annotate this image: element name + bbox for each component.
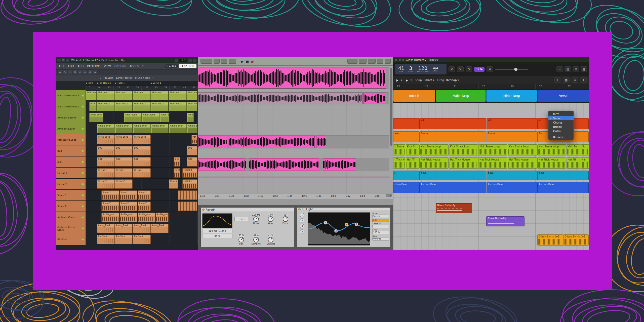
track-led[interactable] bbox=[82, 194, 84, 196]
time-signature-field[interactable] bbox=[229, 59, 236, 64]
region-kick-snare-loop[interactable]: Kick Snare Loop bbox=[449, 144, 478, 155]
pattern-clip[interactable]: Ambie_rash bbox=[101, 213, 119, 222]
playlist-marker[interactable]: Pre Hook 1 bbox=[97, 82, 111, 84]
decay-time-value[interactable]: 280 ms / 1.34 s bbox=[202, 229, 232, 233]
playlist-header[interactable]: ▸ Playlist - Love Philter - Mute / solo … bbox=[56, 75, 198, 81]
region-glitch-synth[interactable]: Glitch Synth (+5 bbox=[563, 234, 589, 246]
eq-control[interactable]: Adapt. Q bbox=[372, 223, 389, 228]
arrangement-area[interactable] bbox=[198, 66, 393, 193]
knob-dial[interactable] bbox=[283, 216, 288, 222]
menu-item-rename[interactable]: Rename... bbox=[548, 135, 574, 139]
menu-item-intro[interactable]: Intro bbox=[548, 112, 574, 116]
track-lane[interactable]: Ambi_oundAmbi_oundAmbi_oundAmbi_oundAmb bbox=[86, 112, 198, 123]
track-led[interactable] bbox=[82, 150, 84, 152]
stop-icon[interactable]: ■ bbox=[172, 65, 174, 67]
region-snare[interactable]: Snare bbox=[487, 131, 537, 142]
device-knob[interactable]: 41 %Dry/Wet bbox=[264, 234, 278, 245]
nudge-down-button[interactable] bbox=[214, 59, 220, 64]
track-name[interactable]: Ambient Layer bbox=[56, 123, 86, 134]
audio-clip[interactable] bbox=[198, 93, 363, 104]
region-hat-trick-house[interactable]: Ha bbox=[580, 157, 589, 169]
region-hat-trick-house[interactable]: Hat Tri bbox=[567, 157, 580, 169]
audio-clip[interactable] bbox=[198, 158, 246, 171]
record-icon[interactable]: ● bbox=[251, 60, 254, 63]
punch-out-button[interactable] bbox=[385, 59, 391, 64]
minimize-icon[interactable]: – bbox=[57, 59, 61, 62]
pattern-clip[interactable]: Hi Hat 2 bbox=[97, 179, 115, 189]
close-icon[interactable]: ✕ bbox=[66, 59, 69, 62]
pattern-clip[interactable]: Ambi_Stack bbox=[115, 224, 133, 233]
pattern-clip[interactable]: Main_ent 2 bbox=[169, 102, 187, 111]
pattern-clip[interactable] bbox=[178, 202, 197, 211]
region-kick-snare-loop[interactable]: k Snare Loo bbox=[393, 144, 405, 155]
pattern-clip[interactable]: Ambie_rash bbox=[138, 213, 155, 222]
track-led[interactable] bbox=[82, 128, 84, 130]
menu-item-verse[interactable]: ✓Verse bbox=[548, 116, 574, 120]
pattern-clip[interactable]: Percu_Loop bbox=[115, 135, 133, 144]
control-value[interactable]: 0.00 dB bbox=[372, 237, 389, 240]
pencil-button[interactable]: ✎ bbox=[457, 66, 464, 72]
control-value[interactable] bbox=[372, 225, 389, 228]
pencil-icon[interactable]: ✎ bbox=[63, 70, 67, 74]
pattern-clip[interactable]: Hi Hat 1 bbox=[97, 168, 115, 178]
pattern-clip[interactable]: Ambie_ayer bbox=[169, 124, 187, 133]
grid-setting[interactable]: 1/4 bbox=[386, 194, 392, 197]
track-name[interactable]: Ambient Crash bbox=[56, 212, 86, 223]
arrangement-marker[interactable]: Intro B bbox=[393, 90, 435, 102]
pattern-clip[interactable]: 808 bbox=[115, 146, 133, 155]
audio-lane[interactable] bbox=[198, 135, 389, 148]
vertical-zoom-icon[interactable]: ↕ bbox=[580, 77, 587, 83]
track-led[interactable] bbox=[82, 95, 84, 96]
snap-dropdown[interactable]: Snap: Smart ▾ bbox=[415, 78, 434, 82]
pattern-clip[interactable]: Percu_Loop bbox=[97, 135, 115, 144]
region-kick-snare-loop[interactable]: Kick Sn bbox=[406, 144, 419, 155]
secondary-tool-icon[interactable]: ▲ bbox=[405, 78, 408, 82]
knob-dial[interactable] bbox=[238, 237, 244, 243]
track-lane[interactable]: Main_ent 2Main_ent 2Main_ent 2Main_ent 2… bbox=[86, 101, 198, 112]
track-lane[interactable]: 808808808808 bbox=[86, 145, 198, 156]
region-hat-trick-house[interactable]: Hat Tri bbox=[406, 157, 419, 169]
menu-item-tools[interactable]: TOOLS bbox=[128, 65, 140, 68]
pattern-clip[interactable]: Percu_Loop bbox=[133, 135, 151, 144]
track-name[interactable]: Hi Hat 1 bbox=[56, 168, 86, 178]
pattern-clip[interactable]: Ambi_ound bbox=[89, 113, 103, 122]
pattern-clip[interactable]: Ambie_ayer bbox=[133, 124, 151, 133]
time-ruler[interactable]: 1/4 1:321:341:361:381:401:421:441:461:48… bbox=[198, 193, 393, 199]
pattern-clip[interactable]: Main_ent 1 bbox=[115, 91, 133, 100]
pattern-clip[interactable]: Kick bbox=[174, 157, 181, 167]
device-on-icon[interactable] bbox=[298, 208, 301, 210]
freeze-button[interactable]: Freeze bbox=[234, 217, 248, 221]
region-hat-trick-house[interactable]: t Trick Hou bbox=[393, 157, 405, 169]
eq-control[interactable]: Scale100 % bbox=[372, 229, 389, 234]
pattern-clip[interactable]: Hi Hat 2 bbox=[182, 179, 197, 189]
pattern-clip[interactable]: Ambie_ayer bbox=[187, 124, 197, 133]
audio-lane[interactable] bbox=[198, 67, 389, 89]
nudge-up-button[interactable] bbox=[221, 59, 227, 64]
device-knob[interactable]: 73 %Wave bbox=[264, 214, 278, 224]
pattern-clip[interactable]: Per bbox=[191, 135, 197, 144]
track-name[interactable]: Hi Hat 2 bbox=[56, 179, 86, 189]
track-lane[interactable]: Ambi_StackAmbi_StackAmbi_StackAmbi_Stack bbox=[86, 223, 198, 234]
bar-ruler[interactable]: 5913172125293337414549 bbox=[86, 86, 198, 90]
track-name[interactable]: Kick bbox=[56, 156, 86, 167]
region-kick-snare-loop[interactable]: Kick Snare Loop bbox=[508, 144, 537, 155]
device-on-icon[interactable] bbox=[202, 209, 205, 211]
pattern-clip[interactable]: Ambie_ayer bbox=[151, 124, 169, 133]
audio-clip[interactable] bbox=[249, 158, 319, 171]
track-name[interactable]: RimShot bbox=[56, 234, 86, 245]
pattern-clip[interactable]: Ambi_ound bbox=[124, 113, 142, 122]
level-value[interactable]: 84 % bbox=[202, 234, 232, 238]
arrangement-marker[interactable]: Minor Drop bbox=[486, 90, 537, 102]
zoom-icon[interactable] bbox=[402, 59, 404, 61]
pattern-clip[interactable]: Kick bbox=[187, 157, 197, 167]
control-value[interactable]: 100 % bbox=[372, 231, 389, 234]
eq-control[interactable]: ModeStereo bbox=[372, 212, 389, 218]
pattern-clip[interactable]: 808 bbox=[187, 146, 197, 155]
playlist-menu-icon[interactable]: ▾ bbox=[152, 77, 154, 79]
region-hat-trick-house[interactable]: Hat Trick House bbox=[419, 157, 448, 169]
track-lane[interactable]: Snare 1Snare 1Snare 1 bbox=[86, 190, 198, 200]
menu-item-add[interactable]: ADD bbox=[76, 65, 85, 68]
pattern-clip[interactable]: Ambi_Stack bbox=[133, 224, 151, 233]
count-in-badge[interactable]: 1234 bbox=[474, 67, 485, 72]
region-snare[interactable]: Snare bbox=[419, 131, 486, 142]
